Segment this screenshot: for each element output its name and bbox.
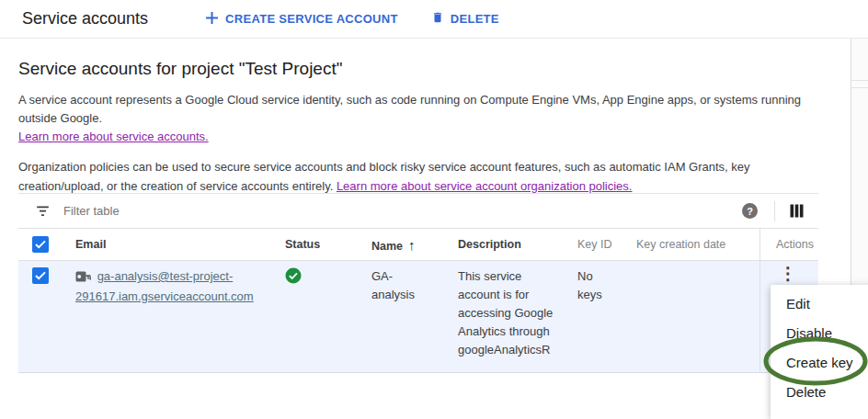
delete-button[interactable]: DELETE (431, 10, 499, 28)
help-icon[interactable]: ? (742, 203, 758, 219)
row-actions-menu: Edit Disable Create key Delete (771, 285, 868, 419)
delete-label: DELETE (451, 12, 499, 26)
page-title: Service accounts (22, 9, 148, 28)
menu-item-disable[interactable]: Disable (771, 318, 868, 347)
status-cell (285, 261, 371, 372)
service-accounts-table: ? Email Status Name↑ Description Key ID … (18, 193, 818, 373)
column-header-actions: Actions (760, 229, 818, 260)
select-all-cell (18, 236, 75, 253)
learn-more-service-accounts-link[interactable]: Learn more about service accounts. (18, 130, 209, 143)
menu-item-delete[interactable]: Delete (771, 377, 868, 406)
filter-icon (35, 205, 51, 218)
table-row[interactable]: ga-analysis@test-project-291617.iam.gser… (18, 261, 818, 373)
key-id-cell: No keys (577, 261, 636, 372)
row-checkbox[interactable] (32, 267, 49, 284)
key-creation-date-cell (636, 261, 760, 372)
trash-icon (431, 10, 444, 28)
more-actions-icon[interactable]: ⋮ (779, 265, 797, 283)
sort-ascending-icon: ↑ (408, 237, 416, 253)
app-bar: Service accounts CREATE SERVICE ACCOUNT … (0, 0, 868, 39)
create-service-account-label: CREATE SERVICE ACCOUNT (225, 12, 398, 26)
column-header-description[interactable]: Description (458, 238, 577, 251)
intro-paragraph: A service account represents a Google Cl… (18, 91, 833, 146)
status-active-icon (285, 273, 302, 287)
panel-divider (851, 87, 868, 88)
intro-text: A service account represents a Google Cl… (18, 93, 801, 125)
create-service-account-button[interactable]: CREATE SERVICE ACCOUNT (205, 11, 398, 28)
name-cell: GA-analysis (371, 261, 458, 372)
select-all-checkbox[interactable] (32, 236, 49, 253)
org-policy-paragraph: Organization policies can be used to sec… (18, 158, 833, 195)
description-cell: This service account is for accessing Go… (458, 261, 577, 372)
column-header-key-creation-date[interactable]: Key creation date (636, 238, 760, 251)
column-header-email[interactable]: Email (75, 238, 285, 251)
learn-more-org-policies-link[interactable]: Learn more about service account organiz… (337, 179, 633, 193)
column-header-key-id[interactable]: Key ID (577, 238, 636, 251)
service-account-email-link[interactable]: ga-analysis@test-project-291617.iam.gser… (75, 269, 254, 303)
column-display-options-icon[interactable] (790, 204, 804, 218)
row-select-cell (18, 261, 75, 372)
service-account-description: This service account is for accessing Go… (458, 267, 563, 359)
service-account-key-icon (75, 271, 95, 285)
name-header-label: Name (371, 240, 403, 253)
menu-item-create-key[interactable]: Create key (771, 347, 868, 377)
section-heading: Service accounts for project "Test Proje… (18, 59, 851, 79)
table-filter-bar: ? (18, 194, 818, 229)
service-account-name: GA-analysis (371, 267, 428, 304)
toolbar-divider (774, 201, 775, 221)
plus-icon (205, 11, 219, 28)
key-id-value: No keys (577, 267, 616, 304)
column-header-name[interactable]: Name↑ (371, 237, 458, 253)
main-content: Service accounts for project "Test Proje… (0, 39, 851, 196)
filter-table-input[interactable] (63, 204, 742, 218)
table-header-row: Email Status Name↑ Description Key ID Ke… (18, 229, 818, 261)
panel-divider (851, 80, 868, 81)
column-header-status[interactable]: Status (285, 238, 371, 251)
menu-item-edit[interactable]: Edit (771, 289, 868, 318)
email-cell: ga-analysis@test-project-291617.iam.gser… (75, 261, 285, 372)
